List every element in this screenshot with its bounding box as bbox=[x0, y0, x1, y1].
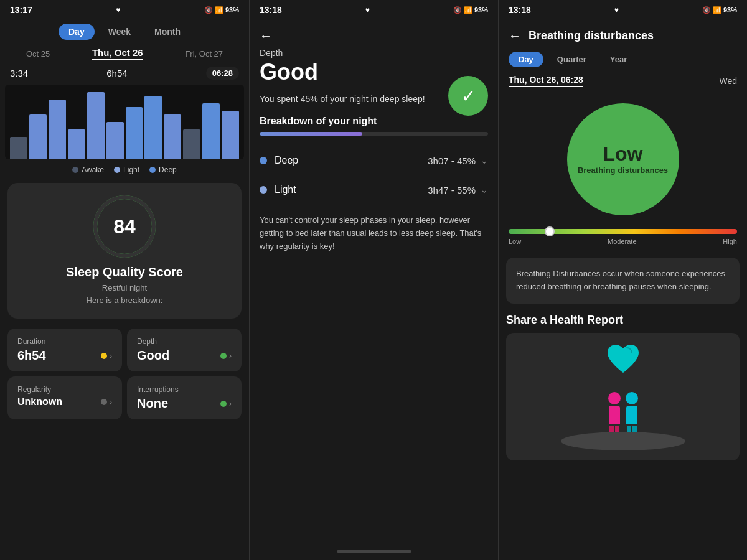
heart-icon-1: ♥ bbox=[116, 6, 120, 14]
breathing-level-sublabel: Breathing disturbances bbox=[578, 166, 668, 176]
scale-label-high: High bbox=[723, 238, 737, 245]
score-title: Sleep Quality Score bbox=[66, 265, 183, 279]
sleep-bar bbox=[202, 103, 220, 159]
tab-quarter-3[interactable]: Quarter bbox=[547, 52, 596, 67]
interruptions-value: None bbox=[137, 396, 168, 411]
depth-value: Good bbox=[137, 348, 169, 363]
score-card: 84 Sleep Quality Score Restful nightHere… bbox=[7, 183, 242, 319]
score-ring: 84 bbox=[93, 195, 156, 258]
sleep-bar bbox=[29, 114, 47, 159]
sleep-start-time: 3:34 bbox=[10, 68, 28, 78]
deep-expand-icon[interactable]: ⌄ bbox=[481, 156, 488, 166]
sleep-progress-bar bbox=[260, 132, 488, 136]
wake-time: 06:28 bbox=[206, 67, 239, 80]
time-display-2: 13:18 bbox=[260, 5, 282, 15]
legend-deep: Deep bbox=[149, 166, 177, 174]
depth-indicator: › bbox=[220, 352, 232, 360]
progress-bar-fill bbox=[260, 132, 362, 136]
tab-month-1[interactable]: Month bbox=[144, 24, 190, 40]
person1-body bbox=[609, 406, 620, 424]
panel-breathing: 13:18 ♥ 🔇 📶 93% ← Breathing disturbances… bbox=[498, 0, 747, 560]
metrics-grid: Duration 6h54 › Depth Good › Regular bbox=[7, 329, 242, 419]
metric-interruptions[interactable]: Interruptions None › bbox=[127, 376, 242, 419]
time-display-1: 13:17 bbox=[10, 5, 32, 15]
status-icons-2: 🔇 📶 93% bbox=[453, 6, 488, 14]
ground-element bbox=[561, 432, 685, 450]
light-expand-icon[interactable]: ⌄ bbox=[481, 185, 488, 195]
person2-body bbox=[626, 406, 637, 424]
sleep-stage-light[interactable]: Light 3h47 - 55% ⌄ bbox=[250, 175, 498, 204]
deep-stage-name: Deep bbox=[275, 155, 428, 166]
green-dot-2 bbox=[220, 401, 227, 407]
person1-head bbox=[608, 392, 621, 404]
sleep-bar bbox=[183, 129, 200, 159]
scale-label-moderate: Moderate bbox=[608, 238, 636, 245]
date-navigation-1: Oct 25 Thu, Oct 26 Fri, Oct 27 bbox=[0, 44, 249, 64]
illustration-area bbox=[608, 392, 638, 438]
tab-day-1[interactable]: Day bbox=[59, 24, 95, 40]
breathing-scale-bar: Low Moderate High bbox=[509, 229, 737, 245]
health-report-card[interactable] bbox=[506, 333, 740, 460]
date-next[interactable]: Fri, Oct 27 bbox=[185, 49, 223, 58]
figure-person1 bbox=[608, 392, 621, 438]
status-icons-1: 🔇 📶 93% bbox=[204, 6, 239, 14]
score-number: 84 bbox=[113, 215, 136, 238]
heart-icon-3: ♥ bbox=[614, 6, 619, 14]
health-report-title: Share a Health Report bbox=[506, 314, 740, 327]
breathing-date-next[interactable]: Wed bbox=[719, 76, 737, 86]
gray-dot bbox=[101, 399, 107, 405]
back-button[interactable]: ← bbox=[260, 29, 272, 43]
person2-head bbox=[626, 392, 638, 404]
time-display-3: 13:18 bbox=[509, 5, 531, 15]
depth-row: Good › bbox=[137, 348, 232, 363]
legend-light: Light bbox=[114, 166, 139, 174]
breathing-level-label: Low bbox=[603, 142, 643, 166]
sleep-bar bbox=[126, 107, 143, 159]
light-stage-name: Light bbox=[275, 184, 428, 195]
deep-stage-dot bbox=[260, 157, 267, 164]
check-icon: ✓ bbox=[448, 76, 488, 116]
chevron-icon-2: › bbox=[229, 399, 232, 408]
tab-year-3[interactable]: Year bbox=[600, 52, 637, 67]
date-prev[interactable]: Oct 25 bbox=[26, 49, 50, 58]
metric-duration[interactable]: Duration 6h54 › bbox=[7, 329, 122, 371]
scale-marker bbox=[545, 226, 555, 236]
metric-regularity[interactable]: Regularity Unknown › bbox=[7, 376, 122, 419]
interruptions-indicator: › bbox=[220, 399, 232, 408]
duration-label: Duration bbox=[17, 337, 112, 346]
yellow-dot bbox=[101, 353, 107, 359]
metric-depth[interactable]: Depth Good › bbox=[127, 329, 242, 371]
breathing-date-current: Thu, Oct 26, 06:28 bbox=[509, 75, 583, 87]
panel3-header: ← Breathing disturbances bbox=[499, 20, 747, 48]
chevron-icon: › bbox=[110, 352, 112, 360]
tab-week-1[interactable]: Week bbox=[98, 24, 141, 40]
back-button-3[interactable]: ← bbox=[509, 29, 521, 43]
health-heart-icon bbox=[604, 343, 642, 383]
duration-row: 6h54 › bbox=[17, 348, 112, 363]
status-icons-3: 🔇 📶 93% bbox=[702, 6, 737, 14]
green-dot bbox=[220, 353, 227, 359]
duration-indicator: › bbox=[101, 352, 112, 360]
regularity-value: Unknown bbox=[17, 396, 62, 408]
heart-icon-2: ♥ bbox=[365, 6, 370, 14]
scale-label-low: Low bbox=[509, 238, 521, 245]
legend-awake: Awake bbox=[72, 166, 104, 174]
breathing-level-circle: Low Breathing disturbances bbox=[567, 103, 679, 215]
sleep-chart bbox=[5, 85, 244, 159]
chevron-icon: › bbox=[229, 352, 232, 360]
breathing-circle-container: Low Breathing disturbances bbox=[499, 91, 747, 222]
breathing-info-card: Breathing Disturbances occur when someon… bbox=[506, 258, 740, 304]
tab-day-3[interactable]: Day bbox=[509, 52, 543, 67]
panel-sleep-overview: 13:17 ♥ 🔇 📶 93% Day Week Month Oct 25 Th… bbox=[0, 0, 249, 560]
sleep-bar bbox=[164, 114, 181, 159]
scale-labels: Low Moderate High bbox=[509, 238, 737, 245]
panel-depth-detail: 13:18 ♥ 🔇 📶 93% ← ✓ Depth Good You spent… bbox=[249, 0, 498, 560]
breakdown-section-title: Breakdown of your night bbox=[250, 116, 498, 127]
depth-label: Depth bbox=[137, 337, 232, 346]
sleep-bar bbox=[222, 111, 239, 159]
sleep-stage-deep[interactable]: Deep 3h07 - 45% ⌄ bbox=[250, 146, 498, 175]
chart-legend: Awake Light Deep bbox=[0, 162, 249, 178]
sleep-duration: 6h54 bbox=[106, 68, 127, 78]
sleep-bar bbox=[87, 92, 105, 159]
date-current: Thu, Oct 26 bbox=[92, 47, 143, 60]
